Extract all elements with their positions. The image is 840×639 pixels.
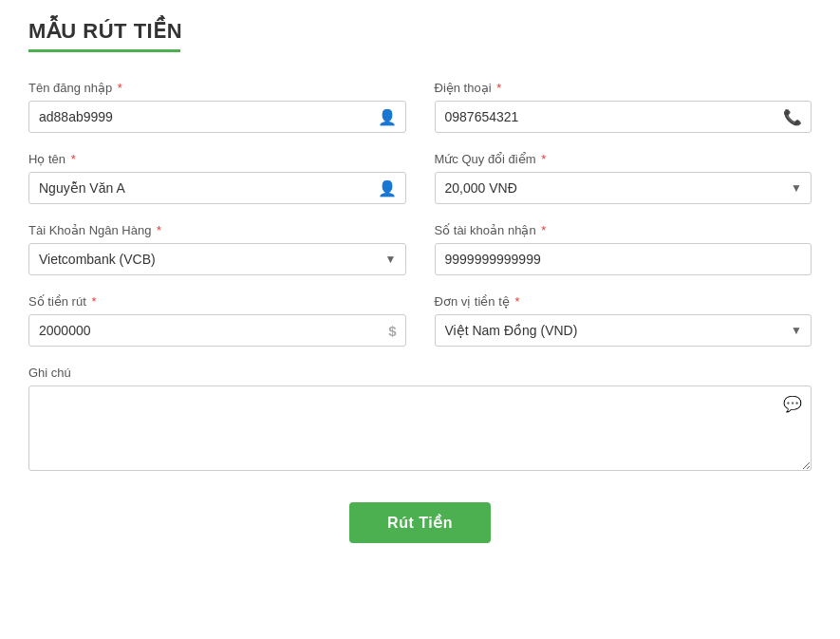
don-vi-tien-te-select[interactable]: Việt Nam Đồng (VND) USD EUR [435, 314, 812, 347]
so-tai-khoan-nhan-input[interactable] [435, 243, 812, 275]
required-marker: * [67, 152, 76, 166]
dien-thoai-label: Điện thoại * [435, 81, 812, 95]
form-row-2: Họ tên * 👤 Mức Quy đổi điểm * 20,000 VNĐ… [28, 152, 812, 204]
ho-ten-group: Họ tên * 👤 [28, 152, 406, 204]
tai-khoan-ngan-hang-wrapper: Vietcombank (VCB) Techcombank (TCB) BIDV… [28, 243, 406, 275]
so-tien-rut-group: Số tiền rút * $ [28, 294, 406, 347]
ghi-chu-label: Ghi chú [28, 366, 812, 380]
so-tai-khoan-nhan-wrapper [435, 243, 812, 275]
so-tai-khoan-nhan-label: Số tài khoản nhận * [435, 223, 812, 237]
ten-dang-nhap-input[interactable] [28, 101, 406, 133]
title-underline [28, 49, 180, 52]
ho-ten-wrapper: 👤 [28, 172, 406, 204]
required-marker: * [494, 81, 502, 95]
submit-row: Rút Tiền [28, 502, 812, 543]
required-marker: * [512, 294, 520, 309]
muc-quy-doi-diem-select[interactable]: 20,000 VNĐ 50,000 VNĐ 100,000 VNĐ [435, 172, 812, 204]
tai-khoan-ngan-hang-group: Tài Khoản Ngân Hàng * Vietcombank (VCB) … [28, 223, 406, 275]
required-marker: * [538, 152, 547, 166]
dien-thoai-group: Điện thoại * 📞 [435, 81, 812, 133]
so-tai-khoan-nhan-group: Số tài khoản nhận * [435, 223, 812, 275]
tai-khoan-ngan-hang-select[interactable]: Vietcombank (VCB) Techcombank (TCB) BIDV… [28, 243, 406, 275]
muc-quy-doi-diem-group: Mức Quy đổi điểm * 20,000 VNĐ 50,000 VNĐ… [435, 152, 812, 204]
ghi-chu-wrapper: 💬 [28, 385, 812, 474]
dien-thoai-input[interactable] [435, 101, 812, 133]
ten-dang-nhap-wrapper: 👤 [28, 101, 406, 133]
form-row-3: Tài Khoản Ngân Hàng * Vietcombank (VCB) … [28, 223, 812, 275]
so-tien-rut-wrapper: $ [28, 314, 406, 347]
muc-quy-doi-diem-wrapper: 20,000 VNĐ 50,000 VNĐ 100,000 VNĐ ▼ [435, 172, 812, 204]
ghi-chu-textarea[interactable] [28, 385, 812, 471]
required-marker: * [153, 223, 161, 237]
don-vi-tien-te-wrapper: Việt Nam Đồng (VND) USD EUR ▼ [435, 314, 812, 347]
page-title: MẪU RÚT TIỀN [28, 19, 812, 44]
ten-dang-nhap-label: Tên đăng nhập * [28, 81, 406, 95]
required-marker: * [538, 223, 547, 237]
muc-quy-doi-diem-label: Mức Quy đổi điểm * [435, 152, 812, 166]
dien-thoai-wrapper: 📞 [435, 101, 812, 133]
submit-button[interactable]: Rút Tiền [349, 502, 491, 543]
required-marker: * [114, 81, 122, 95]
ho-ten-label: Họ tên * [28, 152, 406, 166]
don-vi-tien-te-group: Đơn vị tiền tệ * Việt Nam Đồng (VND) USD… [435, 294, 812, 347]
ho-ten-input[interactable] [28, 172, 406, 204]
don-vi-tien-te-label: Đơn vị tiền tệ * [435, 294, 812, 309]
required-marker: * [88, 294, 97, 309]
form-row-1: Tên đăng nhập * 👤 Điện thoại * 📞 [28, 81, 812, 133]
so-tien-rut-input[interactable] [28, 314, 406, 347]
tai-khoan-ngan-hang-label: Tài Khoản Ngân Hàng * [28, 223, 406, 237]
so-tien-rut-label: Số tiền rút * [28, 294, 406, 309]
ten-dang-nhap-group: Tên đăng nhập * 👤 [28, 81, 406, 133]
form-row-4: Số tiền rút * $ Đơn vị tiền tệ * Việt Na… [28, 294, 812, 347]
ghi-chu-group: Ghi chú 💬 [28, 366, 812, 474]
